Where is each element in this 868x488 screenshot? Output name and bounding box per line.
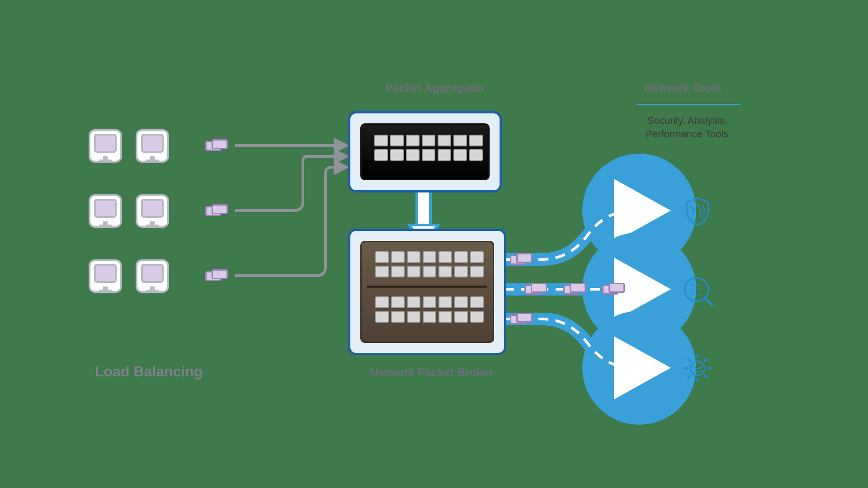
tap-icon	[524, 283, 545, 294]
svg-text:00101: 00101	[690, 291, 702, 296]
packet-aggregator-box	[348, 111, 502, 192]
svg-text:10110: 10110	[689, 286, 702, 291]
svg-rect-1	[417, 189, 430, 225]
tap-icon	[510, 253, 531, 264]
aggregator-switch-icon	[360, 123, 490, 180]
monitor-icon	[89, 194, 122, 228]
monitor-icon	[89, 129, 122, 163]
label-packet-aggregator: Packet Aggregator	[385, 81, 485, 94]
tap-icon	[563, 283, 584, 294]
tools-sub-1: Security, Analysis,	[647, 115, 727, 127]
label-network-tools: Network Tools	[645, 81, 722, 94]
svg-line-14	[704, 358, 708, 361]
label-load-balancing: Load Balancing	[95, 363, 203, 380]
tap-icon	[602, 283, 623, 294]
label-network-packet-broker: Network Packet Broker	[370, 366, 494, 379]
tools-divider	[637, 104, 741, 105]
tap-icon	[205, 204, 226, 215]
packet-broker-box	[348, 229, 506, 355]
svg-line-13	[704, 375, 708, 378]
flow-bot	[504, 319, 665, 368]
monitor-icon	[136, 129, 169, 163]
monitor-icon	[136, 194, 169, 228]
svg-line-12	[688, 358, 691, 361]
tap-icon	[510, 313, 531, 324]
security-shield-icon	[682, 195, 713, 227]
tap-icon	[205, 139, 226, 150]
tap-icon	[205, 269, 226, 280]
svg-text:01001: 01001	[690, 282, 702, 286]
flow-top	[504, 211, 665, 259]
src-line-3	[235, 167, 346, 276]
svg-line-3	[705, 298, 712, 305]
data-analysis-icon: 01001 10110 00101	[680, 273, 712, 305]
monitor-icon	[89, 259, 122, 293]
svg-line-15	[688, 375, 691, 378]
broker-switch-icon	[360, 241, 494, 343]
performance-gear-icon	[682, 352, 713, 384]
monitor-icon	[136, 259, 169, 293]
src-line-2	[235, 156, 346, 211]
diagram-stage: Packet Aggregator Network Tools Security…	[0, 0, 868, 488]
tools-sub-2: Performance Tools	[646, 128, 728, 140]
